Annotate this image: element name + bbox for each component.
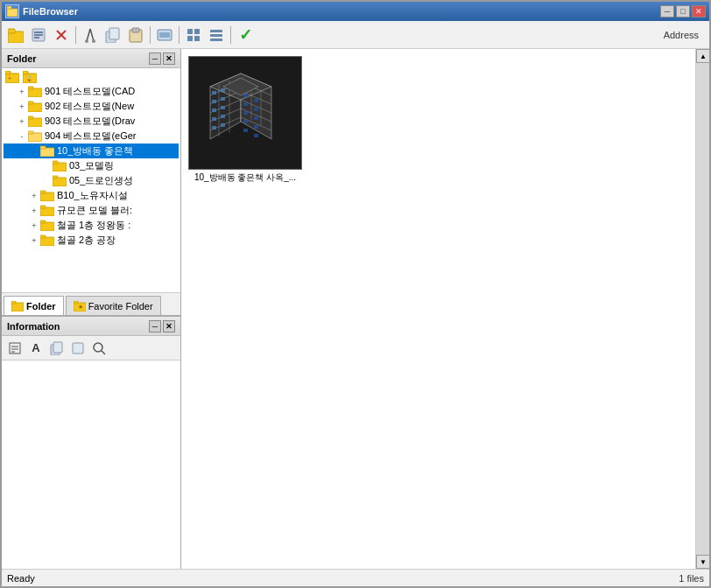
- info-search-button[interactable]: [68, 339, 88, 358]
- file-label-0: 10_방배동 좋은책 사옥_...: [194, 172, 296, 184]
- svg-rect-100: [243, 120, 248, 123]
- folder-panel-title: Folder: [7, 53, 147, 64]
- svg-rect-47: [40, 192, 54, 201]
- svg-rect-1: [7, 6, 11, 9]
- tree-item-9[interactable]: + 철골 1층 정왕동 :: [4, 218, 179, 233]
- paste-button[interactable]: [125, 24, 146, 46]
- info-copy-button[interactable]: [47, 339, 67, 358]
- info-pin-button[interactable]: ─: [149, 320, 161, 332]
- svg-rect-102: [254, 99, 258, 102]
- grid-view-button[interactable]: [183, 24, 204, 46]
- rename-button[interactable]: [28, 24, 49, 46]
- svg-rect-104: [254, 116, 258, 120]
- tree-item-10[interactable]: + 철골 2층 공장: [4, 233, 179, 248]
- folder-tree[interactable]: + 🔒 +: [2, 68, 180, 292]
- separator-3: [179, 26, 180, 44]
- tree-item-4[interactable]: - 10_방배동 좋은책: [4, 144, 179, 158]
- expand-icon-10[interactable]: +: [28, 234, 40, 247]
- folder-icon-4: [40, 145, 54, 158]
- info-magnify-button[interactable]: [89, 339, 109, 358]
- svg-rect-92: [221, 88, 225, 92]
- check-button[interactable]: ✓: [235, 24, 256, 46]
- expand-icon-9[interactable]: +: [28, 220, 40, 232]
- scroll-track[interactable]: [696, 63, 709, 555]
- expand-icon-2[interactable]: +: [16, 116, 28, 128]
- tree-label-5: 03_모델링: [69, 159, 114, 172]
- expand-icon-3[interactable]: -: [16, 130, 28, 143]
- content-area: Folder ─ ✕ + 🔒: [2, 49, 709, 569]
- folder-icon-6: [53, 175, 67, 187]
- svg-rect-90: [212, 117, 216, 121]
- app-icon: [5, 4, 19, 18]
- svg-rect-44: [53, 161, 58, 164]
- folder-icon-1: [28, 101, 42, 113]
- tree-item-0[interactable]: + 901 테스트모델(CAD: [4, 84, 179, 99]
- tree-label-6: 05_드로인생성: [69, 174, 133, 187]
- tree-label-1: 902 테스트모델(New: [45, 100, 134, 113]
- tree-item-1[interactable]: + 902 테스트모델(New: [4, 99, 179, 114]
- tree-label-9: 철골 1층 정왕동 :: [57, 219, 130, 232]
- svg-rect-105: [254, 125, 258, 129]
- expand-icon-4[interactable]: -: [28, 145, 40, 158]
- svg-text:+: +: [8, 75, 11, 81]
- svg-rect-88: [212, 100, 216, 103]
- svg-rect-91: [212, 126, 216, 130]
- tree-item-3[interactable]: - 904 베스트모델(eGer: [4, 129, 179, 144]
- svg-rect-0: [7, 9, 18, 17]
- scroll-up-button[interactable]: ▲: [696, 49, 709, 63]
- right-scrollbar[interactable]: ▲ ▼: [695, 49, 709, 569]
- file-area[interactable]: 10_방배동 좋은책 사옥_...: [181, 49, 695, 569]
- info-edit-button[interactable]: [5, 339, 25, 358]
- svg-rect-49: [40, 207, 54, 216]
- svg-rect-31: [23, 71, 28, 74]
- svg-rect-96: [221, 123, 225, 127]
- new-folder-button[interactable]: [5, 24, 26, 46]
- svg-point-67: [94, 343, 102, 352]
- folder-icon-5: [53, 160, 67, 172]
- svg-rect-36: [28, 102, 33, 104]
- svg-rect-53: [40, 237, 54, 246]
- info-close-button[interactable]: ✕: [163, 320, 175, 332]
- list-view-button[interactable]: [206, 24, 227, 46]
- scan-button[interactable]: [154, 24, 175, 46]
- folder-icon-7: [40, 190, 54, 202]
- tree-item-7[interactable]: + B10_노유자시설: [4, 188, 179, 203]
- expand-icon-8[interactable]: +: [28, 205, 40, 217]
- expand-icon-1[interactable]: +: [16, 101, 28, 113]
- scroll-down-button[interactable]: ▼: [696, 555, 709, 569]
- folder-close-button[interactable]: ✕: [163, 52, 175, 65]
- tab-folder[interactable]: Folder: [4, 296, 64, 315]
- tree-item-2[interactable]: + 903 테스트모델(Drav: [4, 114, 179, 129]
- svg-rect-65: [53, 342, 62, 353]
- info-text-button[interactable]: A: [26, 339, 46, 358]
- close-button[interactable]: ✕: [692, 5, 706, 18]
- maximize-button[interactable]: □: [676, 5, 690, 18]
- expand-icon-5[interactable]: [40, 160, 53, 172]
- svg-rect-23: [194, 36, 200, 41]
- minimize-button[interactable]: ─: [660, 5, 674, 18]
- tree-label-3: 904 베스트모델(eGer: [45, 130, 137, 143]
- cut-button[interactable]: [80, 24, 101, 46]
- expand-icon-7[interactable]: +: [28, 190, 40, 202]
- tree-item-5[interactable]: 03_모델링: [4, 158, 179, 173]
- svg-rect-103: [254, 108, 258, 111]
- folder-pin-button[interactable]: ─: [149, 52, 161, 65]
- svg-rect-97: [243, 94, 248, 97]
- svg-rect-43: [53, 163, 67, 172]
- tree-label-4: 10_방배동 좋은책: [57, 144, 133, 158]
- copy-button[interactable]: [102, 24, 123, 46]
- svg-rect-50: [40, 206, 46, 208]
- tree-item-8[interactable]: + 규모큰 모델 블러:: [4, 203, 179, 218]
- svg-rect-24: [210, 30, 222, 32]
- svg-rect-25: [210, 34, 222, 37]
- expand-icon-0[interactable]: +: [16, 86, 28, 98]
- svg-rect-94: [221, 106, 225, 109]
- tree-item-6[interactable]: 05_드로인생성: [4, 173, 179, 188]
- delete-button[interactable]: [51, 24, 72, 46]
- folder-icon-3: [28, 130, 42, 143]
- tab-folder-label: Folder: [26, 301, 56, 312]
- tab-favorite[interactable]: ★ Favorite Folder: [66, 296, 161, 315]
- file-item-0[interactable]: 10_방배동 좋은책 사옥_...: [188, 56, 302, 184]
- expand-icon-6[interactable]: [40, 175, 53, 187]
- svg-rect-99: [243, 111, 248, 115]
